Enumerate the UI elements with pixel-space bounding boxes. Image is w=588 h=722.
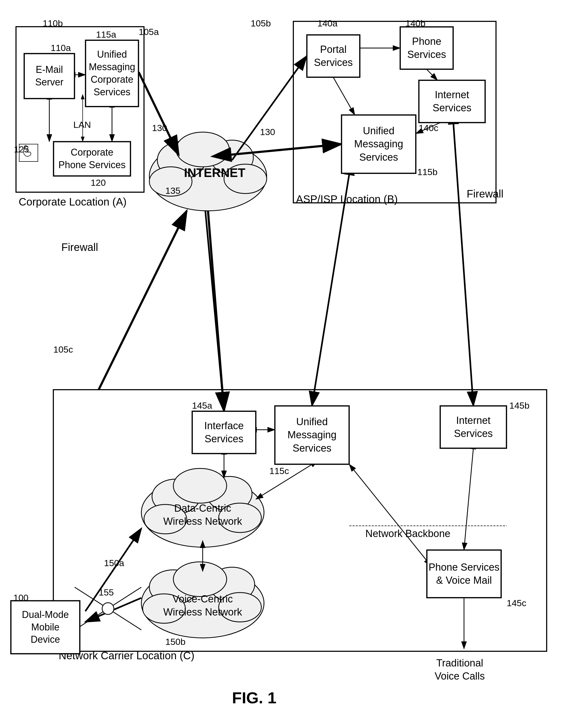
- ref-150b: 150b: [165, 637, 186, 647]
- ref-125: 125: [14, 144, 29, 155]
- ref-105b: 105b: [251, 18, 271, 28]
- ref-105a: 105a: [139, 27, 159, 37]
- svg-line-44: [205, 211, 224, 411]
- svg-line-40: [139, 72, 178, 155]
- svg-point-58: [102, 603, 114, 615]
- unified-msg-asp-box: Unified Messaging Services: [341, 115, 416, 174]
- interface-services-box: Interface Services: [192, 411, 256, 454]
- svg-line-54: [85, 528, 141, 611]
- ref-105c: 105c: [53, 344, 73, 355]
- internet-services-carrier-box: Internet Services: [440, 406, 507, 448]
- unified-msg-corp-box: Unified Messaging Corporate Services: [85, 40, 139, 107]
- ref-110b: 110b: [43, 18, 63, 28]
- svg-line-43: [208, 211, 224, 411]
- svg-point-26: [173, 468, 227, 503]
- ref-115a: 115a: [96, 29, 116, 40]
- ref-130b: 130: [260, 127, 275, 137]
- ref-140c: 140c: [419, 123, 438, 133]
- phone-voice-mail-box: Phone Services & Voice Mail: [427, 550, 501, 598]
- corp-phone-box: Corporate Phone Services: [53, 141, 131, 176]
- svg-line-50: [349, 464, 427, 561]
- svg-line-42: [232, 56, 307, 160]
- phone-services-asp-box: Phone Services: [400, 27, 453, 69]
- svg-line-51: [464, 448, 473, 550]
- corp-location-label: Corporate Location (A): [19, 195, 127, 209]
- traditional-voice-label: Traditional Voice Calls: [435, 657, 485, 683]
- svg-line-55: [85, 598, 141, 622]
- ref-145a: 145a: [192, 400, 212, 411]
- ref-120: 120: [91, 178, 106, 188]
- portal-services-box: Portal Services: [307, 35, 360, 77]
- data-centric-label: Data-Centric Wireless Network: [158, 502, 248, 528]
- ref-145b: 145b: [509, 400, 530, 411]
- email-server-box: E-Mail Server: [24, 53, 75, 99]
- figure-label: FIG. 1: [232, 689, 276, 707]
- network-backbone-label: Network Backbone: [365, 527, 450, 540]
- ref-110a: 110a: [51, 43, 71, 53]
- ref-135: 135: [165, 185, 181, 196]
- svg-line-46: [453, 123, 473, 406]
- ref-150a: 150a: [104, 558, 124, 568]
- ref-130a: 130: [152, 123, 167, 133]
- internet-services-asp-box: Internet Services: [419, 80, 485, 123]
- portal-services-label: Portal Services: [314, 43, 353, 69]
- firewall-asp-label: Firewall: [467, 187, 503, 201]
- svg-line-53: [99, 211, 187, 390]
- svg-line-45: [312, 174, 349, 406]
- firewall-corp-label: Firewall: [61, 240, 98, 254]
- svg-line-62: [333, 77, 355, 115]
- asp-location-label: ASP/ISP Location (B): [296, 192, 398, 206]
- svg-line-41: [229, 144, 341, 155]
- lan-label: LAN: [74, 119, 91, 131]
- ref-115b: 115b: [417, 167, 438, 177]
- dual-mode-box: Dual-Mode Mobile Device: [10, 601, 80, 654]
- svg-point-32: [173, 562, 227, 597]
- ref-145c: 145c: [507, 598, 526, 608]
- unified-msg-carrier-box: Unified Messaging Services: [275, 406, 349, 464]
- ref-155: 155: [99, 587, 114, 598]
- svg-point-16: [176, 132, 229, 167]
- voice-centric-label: Voice-Centric Wireless Network: [155, 593, 251, 619]
- svg-line-60: [427, 69, 437, 80]
- ref-140a: 140a: [317, 18, 338, 28]
- internet-label: INTERNET: [184, 165, 245, 181]
- ref-115c: 115c: [269, 466, 289, 476]
